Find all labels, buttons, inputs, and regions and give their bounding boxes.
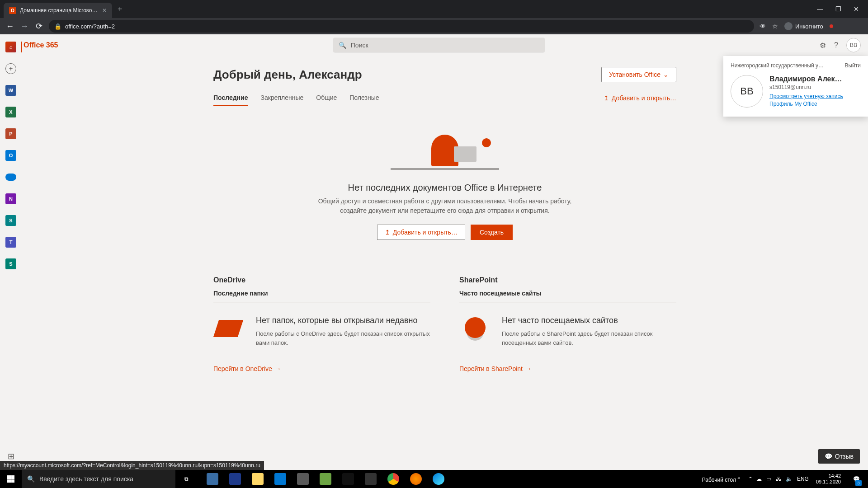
rail-sway[interactable]: S — [5, 258, 17, 270]
sharepoint-subtitle: Часто посещаемые сайты — [459, 290, 676, 303]
tb-app-edge[interactable] — [428, 470, 449, 488]
globe-icon — [459, 315, 491, 341]
task-view-button[interactable]: ⧉ — [175, 470, 197, 488]
tab-recent[interactable]: Последние — [213, 90, 248, 106]
rail-onenote[interactable]: N — [5, 192, 17, 205]
my-office-profile-link[interactable]: Профиль My Office — [769, 101, 843, 107]
arrow-right-icon: → — [275, 365, 281, 372]
url-text: office.com/?auth=2 — [65, 23, 115, 30]
onedrive-subtitle: Последние папки — [213, 290, 430, 303]
incognito-indicator-icon[interactable]: 👁 — [760, 23, 766, 30]
tray-icon[interactable]: ▭ — [766, 476, 771, 482]
tb-app-3[interactable] — [269, 470, 291, 488]
rail-word[interactable]: W — [5, 84, 17, 97]
sway-icon: S — [5, 258, 16, 269]
onedrive-title: OneDrive — [213, 276, 430, 284]
empty-title: Нет последних документов Office в Интерн… — [213, 183, 676, 193]
upload-icon: ↥ — [604, 94, 609, 102]
tray-chevron-icon[interactable]: ⌃ — [748, 476, 753, 482]
tray-lang[interactable]: ENG — [797, 476, 809, 482]
start-button[interactable] — [0, 470, 22, 488]
sharepoint-icon: S — [5, 215, 16, 226]
show-desktop-label[interactable]: Рабочий стол » — [698, 475, 745, 483]
help-icon[interactable]: ? — [834, 41, 838, 49]
tb-app-firefox[interactable] — [405, 470, 427, 488]
rail-powerpoint[interactable]: P — [5, 127, 17, 140]
window-close-icon[interactable]: ✕ — [852, 5, 861, 13]
tb-app-2[interactable] — [224, 470, 246, 488]
search-icon: 🔍 — [339, 42, 346, 49]
tray-volume-icon[interactable]: 🔈 — [786, 476, 793, 482]
page-greeting: Добрый день, Александр — [213, 68, 362, 82]
tab-shared[interactable]: Общие — [316, 90, 337, 106]
office-brand[interactable]: Office 365 — [24, 41, 58, 49]
add-and-open-button[interactable]: ↥ Добавить и открыть… — [377, 225, 465, 240]
onedrive-icon — [5, 174, 16, 181]
tray-network-icon[interactable]: 🖧 — [776, 476, 781, 482]
browser-tab[interactable]: O Домашняя страница Microsoft O ✕ — [4, 3, 112, 18]
nav-reload-icon[interactable]: ⟳ — [34, 21, 43, 31]
incognito-icon — [784, 22, 793, 30]
sharepoint-empty-heading: Нет часто посещаемых сайтов — [502, 315, 676, 326]
tb-app-explorer[interactable] — [247, 470, 269, 488]
rail-teams[interactable]: T — [5, 236, 17, 249]
taskbar-clock[interactable]: 14:42 09.11.2020 — [812, 473, 844, 485]
onedrive-link[interactable]: Перейти в OneDrive → — [213, 365, 430, 372]
apps-icon: ⊞ — [8, 451, 14, 461]
notifications-button[interactable]: 💬 3 — [848, 470, 864, 488]
install-office-button[interactable]: Установить Office ⌄ — [601, 67, 676, 82]
address-bar[interactable]: 🔒 office.com/?auth=2 — [49, 20, 754, 33]
search-icon: 🔍 — [27, 475, 35, 483]
account-avatar-large: ВВ — [731, 75, 763, 108]
chat-icon: 💬 — [825, 453, 832, 460]
settings-icon[interactable]: ⚙ — [820, 41, 826, 50]
taskbar-search[interactable]: 🔍 Введите здесь текст для поиска — [22, 470, 175, 488]
nav-forward-icon[interactable]: → — [20, 22, 29, 31]
tb-app-4[interactable] — [292, 470, 314, 488]
tb-app-7[interactable] — [360, 470, 382, 488]
add-and-open-link[interactable]: ↥ Добавить и открыть… — [604, 94, 676, 102]
sign-out-link[interactable]: Выйти — [844, 62, 861, 69]
excel-icon: X — [5, 107, 16, 117]
tb-app-6[interactable] — [337, 470, 359, 488]
sharepoint-title: SharePoint — [459, 276, 676, 284]
incognito-label: Инкогнито — [795, 23, 823, 30]
status-url: https://myaccount.microsoft.com/?ref=MeC… — [0, 461, 264, 470]
home-icon: ⌂ — [5, 42, 16, 52]
tb-app-1[interactable] — [202, 470, 223, 488]
tb-app-chrome[interactable] — [382, 470, 404, 488]
sharepoint-panel: SharePoint Часто посещаемые сайты Нет ча… — [459, 276, 676, 372]
sharepoint-link[interactable]: Перейти в SharePoint → — [459, 365, 676, 372]
onedrive-panel: OneDrive Последние папки Нет папок, кото… — [213, 276, 430, 372]
view-account-link[interactable]: Просмотреть учетную запись — [769, 93, 843, 99]
window-maximize-icon[interactable]: ❐ — [834, 5, 843, 13]
tab-pinned[interactable]: Закрепленные — [260, 90, 303, 106]
teams-icon: T — [5, 237, 16, 248]
powerpoint-icon: P — [5, 128, 16, 139]
account-avatar[interactable]: ВВ — [846, 38, 861, 52]
rail-excel[interactable]: X — [5, 106, 17, 118]
incognito-badge[interactable]: Инкогнито — [784, 22, 823, 30]
tb-app-5[interactable] — [315, 470, 336, 488]
update-indicator-icon[interactable] — [830, 24, 833, 28]
lock-icon: 🔒 — [54, 23, 61, 30]
rail-sharepoint[interactable]: S — [5, 214, 17, 227]
bookmark-icon[interactable]: ☆ — [772, 23, 778, 30]
notification-count: 3 — [855, 480, 862, 486]
feedback-button[interactable]: 💬 Отзыв — [818, 449, 860, 464]
new-tab-button[interactable]: + — [118, 5, 123, 14]
search-input[interactable]: 🔍 Поиск — [333, 38, 545, 52]
rail-onedrive[interactable] — [5, 171, 17, 183]
nav-back-icon[interactable]: ← — [5, 22, 14, 31]
tray-icon[interactable]: ☁ — [756, 476, 762, 482]
account-name: Владимиров Алек… — [769, 75, 843, 83]
rail-home[interactable]: ⌂ — [5, 41, 17, 53]
rail-create[interactable]: + — [5, 62, 17, 75]
tab-discover[interactable]: Полезные — [349, 90, 379, 106]
rail-outlook[interactable]: O — [5, 149, 17, 162]
create-button[interactable]: Создать — [471, 225, 513, 240]
search-placeholder: Поиск — [351, 42, 368, 49]
tab-close-icon[interactable]: ✕ — [102, 7, 107, 14]
arrow-right-icon: → — [525, 365, 532, 372]
window-minimize-icon[interactable]: — — [816, 5, 825, 13]
